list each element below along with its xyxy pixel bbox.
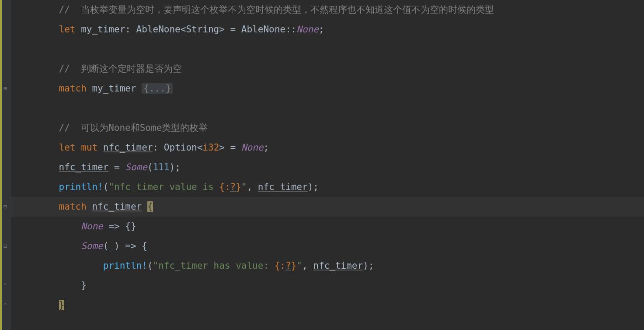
- token-punct: );: [363, 260, 374, 271]
- token-string: ": [241, 182, 247, 192]
- token-type: (_) => {: [103, 241, 147, 251]
- token-type: [87, 201, 92, 212]
- token-format-spec: ?: [285, 260, 291, 271]
- token-type: > =: [219, 142, 241, 153]
- token-comment: 可以为None和Some类型的枚举: [76, 123, 208, 133]
- token-macro: println!: [103, 260, 147, 271]
- token-type: =: [108, 162, 125, 172]
- token-underline: nfc_timer: [92, 201, 142, 212]
- indent: [37, 221, 81, 232]
- code-line[interactable]: println!("nfc_timer has value: {:?}", nf…: [12, 256, 644, 276]
- token-format-spec: }: [291, 260, 297, 271]
- fold-collapse-end-icon[interactable]: ⌃: [2, 302, 9, 309]
- token-type: => {}: [103, 221, 136, 232]
- token-format-spec: }: [236, 182, 241, 192]
- token-punct: );: [169, 162, 180, 172]
- indent: [37, 241, 81, 251]
- token-cursor-brace: {: [147, 201, 153, 212]
- token-punct: ;: [319, 24, 324, 35]
- token-comment: //: [59, 4, 76, 15]
- code-line[interactable]: Some(_) => {: [12, 236, 644, 256]
- code-line[interactable]: nfc_timer = Some(111);: [12, 158, 644, 177]
- code-line[interactable]: [12, 98, 644, 118]
- token-fold-box: {...}: [142, 83, 173, 94]
- token-cursor-brace: }: [59, 300, 65, 310]
- gutter: ⊞⊟⊟⌃⌃: [0, 0, 12, 330]
- token-type: my_timer: AbleNone<: [76, 24, 186, 35]
- token-italic: Some: [81, 241, 103, 251]
- code-line[interactable]: // 当枚举变量为空时，要声明这个枚举不为空时候的类型，不然程序也不知道这个值不…: [12, 0, 644, 20]
- code-line[interactable]: }: [12, 276, 644, 295]
- code-line[interactable]: match my_timer {...}: [12, 79, 644, 98]
- code-line[interactable]: }: [12, 295, 644, 315]
- token-underline: nfc_timer: [103, 142, 153, 153]
- token-punct: ;: [263, 142, 269, 153]
- indent: [37, 182, 59, 192]
- token-type: String: [186, 24, 219, 35]
- token-keyword: let: [59, 142, 76, 153]
- change-marker: [0, 0, 2, 330]
- token-underline: nfc_timer: [313, 260, 363, 271]
- token-italic: None: [296, 24, 319, 35]
- token-punct: );: [308, 182, 319, 192]
- token-punct: (: [103, 182, 109, 192]
- token-number: 111: [153, 162, 170, 172]
- token-string: ": [296, 260, 302, 271]
- token-comment: 判断这个定时器是否为空: [76, 63, 182, 74]
- token-keyword: let: [59, 24, 76, 35]
- token-type: [142, 201, 147, 212]
- indent: [37, 83, 59, 94]
- token-underline: nfc_timer: [59, 162, 109, 172]
- indent: [37, 123, 59, 133]
- token-macro: println!: [59, 182, 103, 192]
- token-type: }: [81, 280, 87, 291]
- indent: [37, 300, 59, 310]
- token-italic: None: [81, 221, 103, 232]
- token-type: : Option<: [153, 142, 203, 153]
- token-type: > = AbleNone::: [219, 24, 296, 35]
- indent: [37, 24, 59, 35]
- token-keyword: i32: [202, 142, 219, 153]
- code-line[interactable]: let my_timer: AbleNone<String> = AbleNon…: [12, 20, 644, 39]
- indent: [37, 142, 59, 153]
- code-line[interactable]: // 可以为None和Some类型的枚举: [12, 118, 644, 138]
- token-format-spec: {:: [275, 260, 285, 271]
- token-format-spec: {:: [219, 182, 230, 192]
- token-punct: ,: [247, 182, 258, 192]
- indent: [37, 280, 81, 291]
- code-editor[interactable]: // 当枚举变量为空时，要声明这个枚举不为空时候的类型，不然程序也不知道这个值不…: [12, 0, 644, 315]
- indent: [37, 162, 59, 172]
- fold-collapse-icon[interactable]: ⊟: [2, 242, 9, 249]
- token-underline: nfc_timer: [258, 182, 308, 192]
- fold-collapse-icon[interactable]: ⊟: [2, 203, 9, 210]
- code-line[interactable]: [12, 39, 644, 59]
- token-type: [97, 142, 103, 153]
- token-punct: (: [147, 162, 153, 172]
- code-line[interactable]: let mut nfc_timer: Option<i32> = None;: [12, 138, 644, 158]
- token-keyword: match: [59, 83, 87, 94]
- indent: [37, 63, 59, 74]
- indent: [37, 260, 103, 271]
- fold-collapse-end-icon[interactable]: ⌃: [2, 282, 9, 289]
- token-punct: (: [147, 260, 153, 271]
- fold-expand-icon[interactable]: ⊞: [2, 85, 9, 92]
- code-line[interactable]: match nfc_timer {: [12, 197, 644, 217]
- indent: [37, 4, 59, 15]
- token-italic: Some: [125, 162, 147, 172]
- code-line[interactable]: println!("nfc_timer value is {:?}", nfc_…: [12, 177, 644, 197]
- code-line[interactable]: None => {}: [12, 217, 644, 236]
- token-comment: //: [59, 63, 76, 74]
- token-string: "nfc_timer value is: [108, 182, 219, 192]
- token-string: "nfc_timer has value:: [153, 260, 275, 271]
- token-mut-kw: mut: [81, 142, 97, 153]
- token-format-spec: ?: [230, 182, 236, 192]
- token-italic: None: [241, 142, 264, 153]
- token-keyword: match: [59, 201, 87, 212]
- token-type: [76, 142, 81, 153]
- indent: [37, 201, 59, 212]
- token-comment: //: [59, 123, 76, 133]
- token-punct: ,: [302, 260, 313, 271]
- code-line[interactable]: // 判断这个定时器是否为空: [12, 59, 644, 79]
- token-type: my_timer: [87, 83, 142, 94]
- token-comment: 当枚举变量为空时，要声明这个枚举不为空时候的类型，不然程序也不知道这个值不为空的…: [76, 4, 494, 15]
